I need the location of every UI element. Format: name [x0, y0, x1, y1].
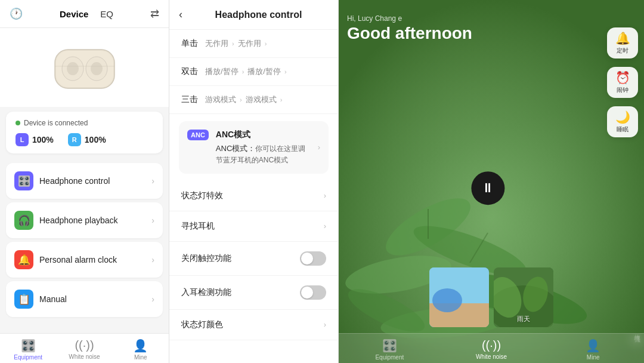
middle-panel-title: Headphone control — [188, 10, 329, 20]
middle-header: ‹ Headphone control — [169, 0, 338, 30]
refresh-icon[interactable]: ⇄ — [150, 7, 159, 20]
album-art-area: 雨天 — [345, 267, 638, 327]
menu-item-manual[interactable]: 📋 Manual › — [6, 281, 163, 317]
in-ear-detect-label: 入耳检测功能 — [181, 287, 300, 298]
right-mine-icon: 👤 — [586, 339, 600, 353]
album-2-label: 雨天 — [494, 313, 553, 324]
manual-chevron: › — [151, 294, 154, 304]
anc-badge: ANC — [187, 130, 209, 140]
svg-point-5 — [91, 62, 103, 75]
status-light-label: 状态灯特效 — [181, 190, 324, 201]
right-battery-pct: 100% — [85, 135, 106, 144]
triple-tap-label: 三击 — [181, 94, 205, 105]
find-earphone-chevron: › — [324, 222, 326, 230]
right-main-content: Hi, Lucy Chang e Good afternoon ⏸ — [339, 0, 601, 363]
left-header-tabs: Device EQ — [60, 9, 113, 19]
alarm-button[interactable]: ⏰ 闹钟 — [607, 67, 638, 98]
tab-device[interactable]: Device — [60, 9, 88, 19]
left-header-left-icons: 🕐 — [10, 7, 23, 20]
close-touch-toggle-knob — [301, 253, 313, 264]
left-badge: L — [16, 133, 29, 146]
close-touch-row[interactable]: 关闭触控功能 — [169, 242, 338, 276]
white-noise-nav-icon: ((·)) — [75, 339, 94, 352]
connected-dot — [16, 121, 20, 125]
menu-item-manual-label: Manual — [39, 294, 145, 304]
right-nav-white-noise[interactable]: ((·)) White noise — [441, 339, 543, 361]
anc-title: ANC模式 — [216, 130, 311, 140]
play-pause-button[interactable]: ⏸ — [471, 171, 504, 205]
status-light-row[interactable]: 状态灯特效 › — [169, 181, 338, 211]
close-touch-toggle[interactable] — [300, 251, 326, 266]
left-header: 🕐 Device EQ ⇄ — [0, 0, 169, 28]
manual-icon: 📋 — [14, 290, 33, 309]
triple-tap-options[interactable]: 游戏模式 › 游戏模式 › — [205, 94, 326, 105]
menu-item-headphone-control-label: Headphone control — [39, 176, 145, 186]
single-tap-right-value: 无作用 — [238, 38, 261, 49]
connected-text: Device is connected — [24, 119, 88, 127]
left-nav-mine[interactable]: 👤 Mine — [113, 339, 169, 361]
status-color-row[interactable]: 状态灯颜色 › — [169, 310, 338, 340]
find-earphone-label: 寻找耳机 — [181, 221, 324, 232]
album-card-2[interactable]: 雨天 — [494, 267, 553, 327]
left-battery-pct: 100% — [32, 135, 54, 144]
anc-text-area: ANC模式 ANC模式：你可以在这里调节蓝牙耳机的ANC模式 — [216, 130, 311, 165]
battery-left: L 100% — [16, 133, 54, 146]
in-ear-detect-row[interactable]: 入耳检测功能 — [169, 276, 338, 310]
single-tap-row: 单击 无作用 › 无作用 › — [169, 30, 338, 58]
svg-point-18 — [432, 288, 462, 312]
anc-chevron: › — [318, 143, 320, 152]
triple-tap-left-value: 游戏模式 — [205, 94, 236, 105]
device-status-card: Device is connected L 100% R 100% — [6, 112, 163, 153]
find-earphone-row[interactable]: 寻找耳机 › — [169, 211, 338, 242]
album-2-inner: 雨天 — [494, 267, 553, 327]
headphone-playback-chevron: › — [151, 216, 154, 225]
menu-item-headphone-playback-label: Headphone playback — [39, 216, 145, 225]
tab-eq[interactable]: EQ — [100, 9, 113, 19]
personal-alarm-icon: 🔔 — [14, 250, 33, 269]
white-noise-nav-label: White noise — [69, 353, 100, 360]
in-ear-detect-toggle[interactable] — [300, 285, 326, 300]
menu-item-personal-alarm[interactable]: 🔔 Personal alarm clock › — [6, 242, 163, 278]
double-tap-label: 双击 — [181, 66, 205, 77]
sleep-button[interactable]: 🌙 睡眠 — [607, 106, 638, 137]
right-nav-mine[interactable]: 👤 Mine — [542, 339, 644, 361]
right-equipment-icon: 🎛️ — [382, 339, 397, 353]
right-inner: Hi, Lucy Chang e Good afternoon ⏸ — [339, 0, 644, 363]
sleep-icon: 🌙 — [615, 110, 630, 124]
right-panel: Hi, Lucy Chang e Good afternoon ⏸ — [339, 0, 644, 363]
timer-button[interactable]: 🔔 定时 — [607, 27, 638, 59]
equipment-nav-icon: 🎛️ — [21, 339, 36, 353]
right-mine-label: Mine — [587, 354, 600, 361]
left-nav-white-noise[interactable]: ((·)) White noise — [56, 339, 112, 361]
album-card-1[interactable] — [429, 267, 489, 327]
anc-description: ANC模式：你可以在这里调节蓝牙耳机的ANC模式 — [216, 143, 311, 165]
device-connected-status: Device is connected — [16, 119, 153, 127]
menu-item-headphone-playback[interactable]: 🎧 Headphone playback › — [6, 202, 163, 238]
headphone-control-icon: 🎛️ — [14, 171, 33, 190]
alarm-icon: ⏰ — [615, 70, 630, 85]
right-bottom-nav: 🎛️ Equipment ((·)) White noise 👤 Mine — [339, 333, 644, 363]
back-button[interactable]: ‹ — [179, 8, 182, 21]
battery-right: R 100% — [68, 133, 106, 146]
greeting-area: Hi, Lucy Chang e Good afternoon — [347, 14, 593, 43]
greeting-main: Good afternoon — [347, 24, 593, 43]
single-tap-options[interactable]: 无作用 › 无作用 › — [205, 38, 326, 49]
double-tap-arrow: › — [241, 68, 246, 75]
svg-point-3 — [67, 62, 79, 75]
left-bottom-nav: 🎛️ Equipment ((·)) White noise 👤 Mine — [0, 333, 169, 363]
timer-icon: 🔔 — [615, 31, 630, 45]
earbuds-image — [43, 38, 126, 97]
right-nav-equipment[interactable]: 🎛️ Equipment — [339, 339, 441, 361]
menu-item-headphone-control[interactable]: 🎛️ Headphone control › — [6, 163, 163, 199]
sleep-label: 睡眠 — [617, 125, 628, 134]
left-nav-equipment[interactable]: 🎛️ Equipment — [0, 339, 56, 361]
album-1-art — [429, 267, 489, 327]
headphone-control-chevron: › — [151, 176, 154, 186]
album-2-label-text: 雨天 — [517, 315, 530, 322]
double-tap-end-arrow: › — [283, 68, 288, 75]
double-tap-left-value: 播放/暂停 — [205, 66, 239, 77]
close-touch-label: 关闭触控功能 — [181, 253, 300, 264]
mine-nav-icon: 👤 — [133, 339, 148, 353]
double-tap-options[interactable]: 播放/暂停 › 播放/暂停 › — [205, 66, 326, 77]
anc-card[interactable]: ANC ANC模式 ANC模式：你可以在这里调节蓝牙耳机的ANC模式 › — [179, 121, 329, 174]
